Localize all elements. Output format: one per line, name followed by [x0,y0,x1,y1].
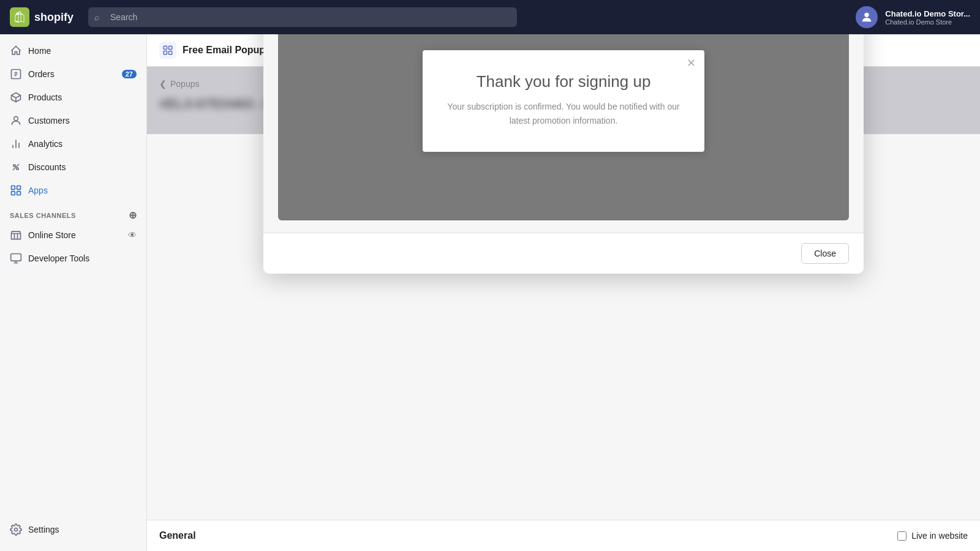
logo-text: shopify [34,11,74,24]
live-website-checkbox[interactable] [897,531,907,541]
sidebar-item-orders-label: Orders [28,69,55,79]
svg-point-0 [865,13,869,17]
topnav-right: Chated.io Demo Stor... Chated.io Demo St… [856,6,970,28]
store-name: Chated.io Demo Stor... [885,9,970,18]
home-icon [10,45,22,57]
search-input[interactable] [88,7,517,27]
modal-footer-close-button[interactable]: Close [801,243,849,264]
sidebar-item-customers-label: Customers [28,116,70,126]
preview-modal: Preview × ✕ Thank you for signing up You… [263,0,864,274]
search-bar[interactable]: ⌕ [88,7,517,27]
main-content: Free Email Popups by Chated.io ❮ Popups … [147,0,980,551]
general-label: General [159,530,196,541]
svg-point-2 [14,116,18,121]
sidebar-item-settings-label: Settings [28,525,59,534]
svg-point-10 [15,528,18,531]
sales-channels-section: SALES CHANNELS ⊕ [0,202,146,223]
svg-rect-9 [11,254,21,261]
developer-tools-icon [10,252,22,264]
shopify-logo-icon [10,7,29,27]
app-header-icon [159,42,176,59]
analytics-icon [10,138,22,150]
logo[interactable]: shopify [10,7,74,27]
sidebar-item-orders[interactable]: Orders 27 [0,62,146,86]
discounts-icon [10,161,22,173]
general-section: General Live in website [147,520,980,551]
modal-body: ✕ Thank you for signing up Your subscrip… [263,0,864,233]
search-icon: ⌕ [94,12,99,22]
topnav: shopify ⌕ Chated.io Demo Stor... Chated.… [0,0,980,34]
svg-rect-13 [164,51,167,54]
customers-icon [10,114,22,127]
settings-icon [10,523,22,536]
svg-rect-12 [169,46,172,49]
sidebar-item-developer-tools[interactable]: Developer Tools [0,247,146,270]
eye-icon[interactable]: 👁 [128,230,137,240]
sidebar-item-analytics-label: Analytics [28,139,62,149]
store-sub: Chated.io Demo Store [885,18,970,26]
avatar[interactable] [856,6,878,28]
sidebar-nav: Home Orders 27 Products Customers Anal [0,34,146,275]
sidebar-item-customers[interactable]: Customers [0,109,146,132]
sidebar-item-apps-label: Apps [28,186,48,195]
add-channel-icon[interactable]: ⊕ [129,209,137,221]
sidebar-item-online-store-label: Online Store [28,230,76,240]
sidebar-item-home-label: Home [28,46,51,56]
sidebar-item-apps[interactable]: Apps [0,179,146,202]
settings-section: Settings [0,518,147,541]
orders-badge: 27 [122,70,137,78]
sidebar-item-products[interactable]: Products [0,86,146,109]
inner-popup: ✕ Thank you for signing up Your subscrip… [423,50,704,152]
svg-point-3 [13,165,15,167]
sales-channels-label: SALES CHANNELS [10,212,76,219]
sidebar-item-discounts-label: Discounts [28,162,66,172]
apps-icon [10,184,22,197]
sidebar-item-discounts[interactable]: Discounts [0,156,146,179]
sidebar-item-home[interactable]: Home [0,39,146,62]
sidebar-item-online-store[interactable]: Online Store 👁 [0,223,146,247]
svg-rect-7 [12,192,15,195]
svg-rect-11 [164,46,167,49]
svg-rect-8 [17,192,21,195]
inner-popup-body: Your subscription is confirmed. You woul… [447,100,680,127]
svg-rect-6 [17,186,21,190]
sidebar-item-analytics[interactable]: Analytics [0,132,146,156]
sidebar-item-products-label: Products [28,92,62,102]
live-website-label: Live in website [911,531,968,541]
products-icon [10,91,22,103]
svg-rect-14 [169,51,172,54]
store-info: Chated.io Demo Stor... Chated.io Demo St… [885,9,970,26]
main-body: ❮ Popups #EL3-07f23463 - 03503-b-53-b Pr… [147,67,980,134]
svg-point-4 [17,168,18,170]
sidebar-item-developer-tools-label: Developer Tools [28,253,89,263]
orders-icon [10,68,22,80]
online-store-icon [10,229,22,241]
inner-popup-title: Thank you for signing up [447,72,680,91]
svg-rect-5 [12,186,15,190]
modal-footer: Close [263,233,864,274]
sidebar-item-settings[interactable]: Settings [0,518,147,541]
inner-popup-close-icon[interactable]: ✕ [687,58,696,69]
sidebar: Home Orders 27 Products Customers Anal [0,0,147,551]
live-website-container: Live in website [897,531,968,541]
